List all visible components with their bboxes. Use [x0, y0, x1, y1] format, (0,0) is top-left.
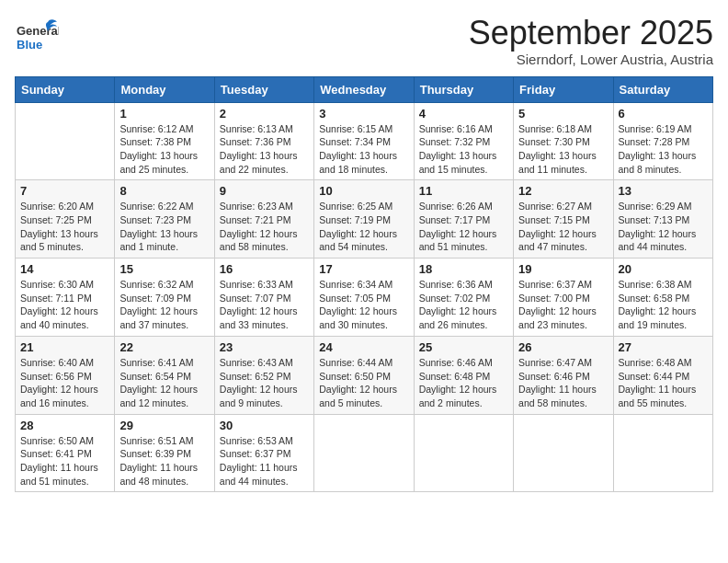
day-number: 20: [619, 262, 708, 276]
weekday-header: Thursday: [414, 76, 513, 102]
calendar-week-row: 14Sunrise: 6:30 AM Sunset: 7:11 PM Dayli…: [16, 259, 713, 337]
day-info: Sunrise: 6:37 AM Sunset: 7:00 PM Dayligh…: [518, 278, 608, 332]
calendar-cell: 16Sunrise: 6:33 AM Sunset: 7:07 PM Dayli…: [214, 259, 313, 337]
day-info: Sunrise: 6:36 AM Sunset: 7:02 PM Dayligh…: [419, 278, 508, 332]
day-info: Sunrise: 6:16 AM Sunset: 7:32 PM Dayligh…: [419, 122, 508, 177]
weekday-header: Friday: [514, 76, 613, 102]
calendar-cell: [613, 414, 712, 492]
day-number: 25: [419, 340, 508, 354]
day-number: 21: [20, 340, 109, 354]
calendar-cell: 3Sunrise: 6:15 AM Sunset: 7:34 PM Daylig…: [314, 102, 414, 180]
day-number: 10: [319, 184, 408, 198]
day-number: 27: [619, 340, 708, 354]
day-info: Sunrise: 6:50 AM Sunset: 6:41 PM Dayligh…: [20, 434, 109, 488]
day-number: 5: [518, 107, 608, 121]
day-info: Sunrise: 6:27 AM Sunset: 7:15 PM Dayligh…: [518, 200, 608, 254]
calendar-cell: 5Sunrise: 6:18 AM Sunset: 7:30 PM Daylig…: [514, 102, 613, 180]
calendar-week-row: 1Sunrise: 6:12 AM Sunset: 7:38 PM Daylig…: [16, 102, 713, 180]
day-number: 22: [119, 340, 209, 354]
day-number: 28: [20, 419, 109, 432]
day-number: 2: [220, 107, 309, 121]
calendar-cell: 15Sunrise: 6:32 AM Sunset: 7:09 PM Dayli…: [115, 259, 214, 337]
calendar-cell: [314, 414, 414, 492]
calendar-cell: 28Sunrise: 6:50 AM Sunset: 6:41 PM Dayli…: [16, 414, 115, 492]
calendar-cell: 30Sunrise: 6:53 AM Sunset: 6:37 PM Dayli…: [214, 414, 313, 492]
day-number: 15: [119, 262, 209, 276]
calendar-cell: 24Sunrise: 6:44 AM Sunset: 6:50 PM Dayli…: [314, 336, 414, 414]
month-title: September 2025: [469, 15, 713, 52]
weekday-header-row: SundayMondayTuesdayWednesdayThursdayFrid…: [16, 76, 713, 102]
day-info: Sunrise: 6:34 AM Sunset: 7:05 PM Dayligh…: [319, 278, 408, 332]
day-info: Sunrise: 6:13 AM Sunset: 7:36 PM Dayligh…: [220, 122, 309, 177]
weekday-header: Wednesday: [314, 76, 414, 102]
day-info: Sunrise: 6:19 AM Sunset: 7:28 PM Dayligh…: [619, 122, 708, 177]
svg-text:Blue: Blue: [17, 38, 42, 52]
calendar-cell: 20Sunrise: 6:38 AM Sunset: 6:58 PM Dayli…: [613, 259, 712, 337]
day-info: Sunrise: 6:38 AM Sunset: 6:58 PM Dayligh…: [619, 278, 708, 332]
day-info: Sunrise: 6:47 AM Sunset: 6:46 PM Dayligh…: [518, 356, 608, 410]
day-number: 7: [20, 184, 109, 198]
calendar-cell: 22Sunrise: 6:41 AM Sunset: 6:54 PM Dayli…: [115, 336, 214, 414]
day-info: Sunrise: 6:25 AM Sunset: 7:19 PM Dayligh…: [319, 200, 408, 254]
day-info: Sunrise: 6:29 AM Sunset: 7:13 PM Dayligh…: [619, 200, 708, 254]
day-number: 30: [220, 419, 309, 432]
logo-icon: General Blue: [15, 15, 59, 59]
calendar-week-row: 21Sunrise: 6:40 AM Sunset: 6:56 PM Dayli…: [16, 336, 713, 414]
day-number: 23: [220, 340, 309, 354]
day-info: Sunrise: 6:40 AM Sunset: 6:56 PM Dayligh…: [20, 356, 109, 410]
day-number: 13: [619, 184, 708, 198]
calendar-cell: 21Sunrise: 6:40 AM Sunset: 6:56 PM Dayli…: [16, 336, 115, 414]
weekday-header: Sunday: [16, 76, 115, 102]
calendar-cell: 14Sunrise: 6:30 AM Sunset: 7:11 PM Dayli…: [16, 259, 115, 337]
calendar-cell: 10Sunrise: 6:25 AM Sunset: 7:19 PM Dayli…: [314, 180, 414, 259]
day-info: Sunrise: 6:33 AM Sunset: 7:07 PM Dayligh…: [220, 278, 309, 332]
calendar-cell: 19Sunrise: 6:37 AM Sunset: 7:00 PM Dayli…: [514, 259, 613, 337]
calendar-cell: 2Sunrise: 6:13 AM Sunset: 7:36 PM Daylig…: [214, 102, 313, 180]
logo: General Blue: [15, 15, 59, 63]
calendar-cell: 25Sunrise: 6:46 AM Sunset: 6:48 PM Dayli…: [414, 336, 513, 414]
calendar-cell: 4Sunrise: 6:16 AM Sunset: 7:32 PM Daylig…: [414, 102, 513, 180]
day-number: 12: [518, 184, 608, 198]
day-info: Sunrise: 6:20 AM Sunset: 7:25 PM Dayligh…: [20, 200, 109, 254]
calendar-cell: 11Sunrise: 6:26 AM Sunset: 7:17 PM Dayli…: [414, 180, 513, 259]
calendar-cell: [16, 102, 115, 180]
day-info: Sunrise: 6:41 AM Sunset: 6:54 PM Dayligh…: [119, 356, 209, 410]
day-info: Sunrise: 6:18 AM Sunset: 7:30 PM Dayligh…: [518, 122, 608, 177]
day-number: 11: [419, 184, 508, 198]
location-subtitle: Sierndorf, Lower Austria, Austria: [469, 52, 713, 67]
day-number: 4: [419, 107, 508, 121]
day-info: Sunrise: 6:48 AM Sunset: 6:44 PM Dayligh…: [619, 356, 708, 410]
weekday-header: Saturday: [613, 76, 712, 102]
calendar-cell: 13Sunrise: 6:29 AM Sunset: 7:13 PM Dayli…: [613, 180, 712, 259]
calendar-cell: 7Sunrise: 6:20 AM Sunset: 7:25 PM Daylig…: [16, 180, 115, 259]
calendar-cell: 6Sunrise: 6:19 AM Sunset: 7:28 PM Daylig…: [613, 102, 712, 180]
day-info: Sunrise: 6:30 AM Sunset: 7:11 PM Dayligh…: [20, 278, 109, 332]
calendar-week-row: 28Sunrise: 6:50 AM Sunset: 6:41 PM Dayli…: [16, 414, 713, 492]
calendar-cell: 27Sunrise: 6:48 AM Sunset: 6:44 PM Dayli…: [613, 336, 712, 414]
day-number: 8: [119, 184, 209, 198]
calendar-week-row: 7Sunrise: 6:20 AM Sunset: 7:25 PM Daylig…: [16, 180, 713, 259]
day-number: 1: [119, 107, 209, 121]
calendar-cell: 8Sunrise: 6:22 AM Sunset: 7:23 PM Daylig…: [115, 180, 214, 259]
day-number: 18: [419, 262, 508, 276]
calendar-cell: [414, 414, 513, 492]
calendar-cell: 26Sunrise: 6:47 AM Sunset: 6:46 PM Dayli…: [514, 336, 613, 414]
calendar-cell: 12Sunrise: 6:27 AM Sunset: 7:15 PM Dayli…: [514, 180, 613, 259]
calendar-cell: 18Sunrise: 6:36 AM Sunset: 7:02 PM Dayli…: [414, 259, 513, 337]
day-info: Sunrise: 6:44 AM Sunset: 6:50 PM Dayligh…: [319, 356, 408, 410]
day-info: Sunrise: 6:43 AM Sunset: 6:52 PM Dayligh…: [220, 356, 309, 410]
day-number: 17: [319, 262, 408, 276]
title-block: September 2025 Sierndorf, Lower Austria,…: [469, 15, 713, 67]
day-info: Sunrise: 6:12 AM Sunset: 7:38 PM Dayligh…: [119, 122, 209, 177]
day-number: 14: [20, 262, 109, 276]
day-info: Sunrise: 6:51 AM Sunset: 6:39 PM Dayligh…: [119, 434, 209, 488]
calendar-cell: 23Sunrise: 6:43 AM Sunset: 6:52 PM Dayli…: [214, 336, 313, 414]
day-info: Sunrise: 6:23 AM Sunset: 7:21 PM Dayligh…: [220, 200, 309, 254]
day-number: 24: [319, 340, 408, 354]
day-info: Sunrise: 6:26 AM Sunset: 7:17 PM Dayligh…: [419, 200, 508, 254]
day-info: Sunrise: 6:32 AM Sunset: 7:09 PM Dayligh…: [119, 278, 209, 332]
calendar-cell: 9Sunrise: 6:23 AM Sunset: 7:21 PM Daylig…: [214, 180, 313, 259]
calendar-cell: 29Sunrise: 6:51 AM Sunset: 6:39 PM Dayli…: [115, 414, 214, 492]
day-number: 26: [518, 340, 608, 354]
calendar-cell: 1Sunrise: 6:12 AM Sunset: 7:38 PM Daylig…: [115, 102, 214, 180]
